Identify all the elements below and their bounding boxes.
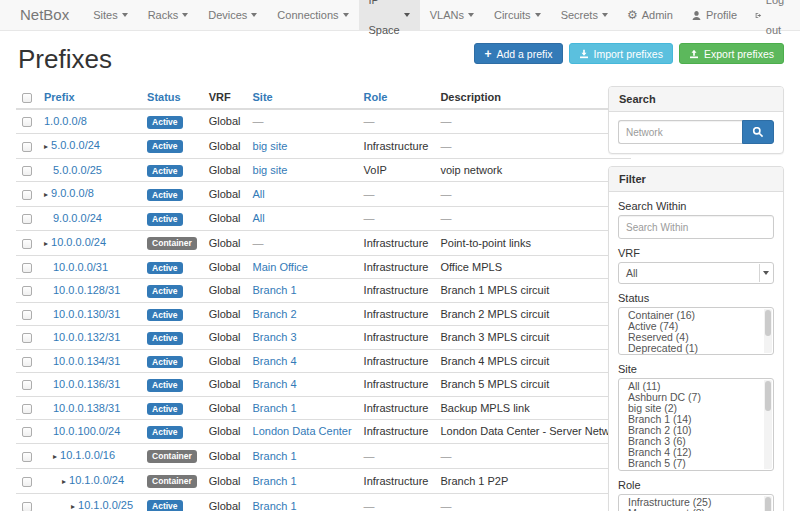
nav-item-sites[interactable]: Sites [83, 0, 137, 30]
site-link[interactable]: big site [253, 164, 288, 176]
chevron-down-icon [182, 13, 188, 17]
role-listbox[interactable]: Infrastructure (25)Management (8)Private… [618, 494, 774, 511]
status-cell: Active [141, 182, 203, 207]
role-cell: Infrastructure [358, 326, 435, 350]
prefix-link[interactable]: 10.0.0.138/31 [53, 402, 120, 414]
nav-item-racks[interactable]: Racks [138, 0, 199, 30]
site-link[interactable]: Branch 3 [253, 331, 297, 343]
vrf-cell: Global [203, 326, 247, 350]
search-button[interactable] [742, 120, 774, 144]
listbox-option[interactable]: COLO-1-2A (3) [619, 469, 773, 471]
prefix-link[interactable]: 10.0.0.134/31 [53, 355, 120, 367]
row-checkbox[interactable] [22, 239, 32, 249]
site-link[interactable]: Branch 1 [253, 402, 297, 414]
site-scrollbar[interactable] [764, 380, 772, 469]
prefix-link[interactable]: 10.0.100.0/24 [53, 425, 120, 437]
nav-item-secrets[interactable]: Secrets [551, 0, 618, 30]
vrf-cell: Global [203, 279, 247, 303]
row-checkbox[interactable] [22, 357, 32, 367]
nav-item-devices[interactable]: Devices [198, 0, 267, 30]
site-link[interactable]: Main Office [253, 261, 308, 273]
status-scrollbar[interactable] [764, 309, 772, 353]
site-link[interactable]: London Data Center [253, 425, 352, 437]
add-prefix-button[interactable]: + Add a prefix [474, 43, 562, 64]
row-checkbox[interactable] [22, 166, 32, 176]
site-cell: Branch 4 [247, 349, 358, 373]
row-checkbox[interactable] [22, 190, 32, 200]
description-cell: Branch 2 MPLS circuit [434, 302, 631, 326]
row-checkbox[interactable] [22, 142, 32, 152]
column-header-site[interactable]: Site [247, 86, 358, 109]
prefix-link[interactable]: 10.0.0.136/31 [53, 378, 120, 390]
row-checkbox[interactable] [22, 333, 32, 343]
site-link[interactable]: Branch 1 [253, 475, 297, 487]
description-value: Branch 1 P2P [440, 475, 508, 487]
select-all-checkbox[interactable] [22, 93, 32, 103]
row-checkbox[interactable] [22, 117, 32, 127]
row-checkbox[interactable] [22, 404, 32, 414]
site-link[interactable]: Branch 4 [253, 378, 297, 390]
site-listbox[interactable]: All (11)Ashburn DC (7)big site (2)Branch… [618, 378, 774, 471]
column-header-role[interactable]: Role [358, 86, 435, 109]
prefix-link[interactable]: 10.0.0.0/24 [51, 236, 106, 248]
site-link[interactable]: Branch 4 [253, 355, 297, 367]
nav-item-vlans[interactable]: VLANs [420, 0, 484, 30]
row-checkbox[interactable] [22, 452, 32, 462]
prefix-link[interactable]: 10.0.0.130/31 [53, 308, 120, 320]
site-link[interactable]: Branch 1 [253, 450, 297, 462]
prefix-link[interactable]: 5.0.0.0/24 [51, 139, 100, 151]
site-link[interactable]: Branch 2 [253, 308, 297, 320]
search-input[interactable] [618, 120, 742, 144]
status-cell: Active [141, 373, 203, 397]
row-checkbox[interactable] [22, 477, 32, 487]
scrollbar-thumb[interactable] [765, 381, 771, 411]
brand[interactable]: NetBox [14, 0, 83, 30]
export-prefixes-button[interactable]: Export prefixes [679, 43, 784, 64]
row-checkbox[interactable] [22, 502, 32, 511]
prefix-link[interactable]: 10.0.0.0/31 [53, 261, 108, 273]
description-value: Backup MPLS link [440, 402, 529, 414]
row-checkbox[interactable] [22, 214, 32, 224]
prefix-link[interactable]: 1.0.0.0/8 [44, 115, 87, 127]
vrf-select[interactable]: All [618, 262, 774, 284]
scrollbar-thumb[interactable] [765, 497, 771, 511]
description-cell: Branch 4 MPLS circuit [434, 349, 631, 373]
page-title: Prefixes [18, 44, 112, 75]
nav-item-admin[interactable]: ⚙ Admin [618, 0, 682, 30]
import-prefixes-button[interactable]: Import prefixes [569, 43, 673, 64]
row-checkbox[interactable] [22, 427, 32, 437]
prefix-link[interactable]: 9.0.0.0/24 [53, 212, 102, 224]
prefix-link[interactable]: 10.1.0.0/25 [78, 499, 133, 511]
status-listbox[interactable]: Container (16)Active (74)Reserved (4)Dep… [618, 307, 774, 355]
row-checkbox[interactable] [22, 380, 32, 390]
listbox-option[interactable]: Deprecated (1) [619, 343, 773, 354]
column-header-prefix[interactable]: Prefix [38, 86, 141, 109]
role-scrollbar[interactable] [764, 496, 772, 511]
site-link[interactable]: big site [253, 140, 288, 152]
nav-item-circuits[interactable]: Circuits [484, 0, 551, 30]
prefix-link[interactable]: 5.0.0.0/25 [53, 164, 102, 176]
prefix-link[interactable]: 10.0.0.132/31 [53, 331, 120, 343]
prefix-cell: 10.0.0.132/31 [38, 326, 141, 350]
row-checkbox[interactable] [22, 310, 32, 320]
scrollbar-thumb[interactable] [765, 310, 771, 336]
row-checkbox[interactable] [22, 286, 32, 296]
navbar: NetBox SitesRacksDevicesConnectionsIP Sp… [0, 0, 800, 31]
row-checkbox[interactable] [22, 263, 32, 273]
site-link[interactable]: Branch 1 [253, 284, 297, 296]
prefix-link[interactable]: 10.0.0.128/31 [53, 284, 120, 296]
search-within-input[interactable] [618, 215, 774, 239]
site-cell: London Data Center [247, 420, 358, 444]
site-link[interactable]: All [253, 212, 265, 224]
column-header-status[interactable]: Status [141, 86, 203, 109]
site-link[interactable]: Branch 1 [253, 500, 297, 511]
nav-item-logout[interactable]: Log out [746, 0, 797, 30]
prefix-link[interactable]: 10.1.0.0/24 [69, 474, 124, 486]
nav-item-profile[interactable]: Profile [682, 0, 746, 30]
content: PrefixStatusVRFSiteRoleDescription 1.0.0… [16, 86, 784, 511]
prefix-link[interactable]: 9.0.0.0/8 [51, 187, 94, 199]
prefix-link[interactable]: 10.1.0.0/16 [60, 449, 115, 461]
nav-item-connections[interactable]: Connections [267, 0, 358, 30]
nav-item-ip-space[interactable]: IP Space [359, 0, 420, 30]
site-link[interactable]: All [253, 188, 265, 200]
